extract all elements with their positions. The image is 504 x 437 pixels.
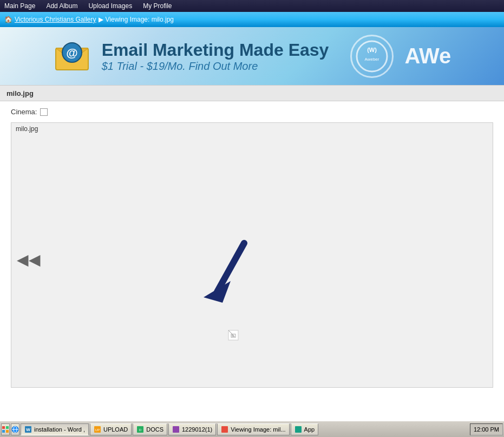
cinema-checkbox[interactable] [40, 108, 48, 116]
svg-point-4 [357, 41, 387, 71]
taskbar-tray: 12:00 PM [470, 423, 503, 435]
svg-rect-14 [2, 426, 5, 429]
taskbar-ie-icon[interactable] [11, 423, 19, 435]
taskbar-word-item[interactable]: W installation - Word , [21, 423, 89, 435]
aweber-logo-circle: (W) Aweber [350, 35, 394, 78]
breadcrumb-bar: 🏠 Victorious Christians Gallery ▶ Viewin… [0, 12, 504, 27]
taskbar-viewing-label: Viewing Image: mil... [231, 426, 285, 433]
taskbar-app-item[interactable]: App [291, 423, 319, 435]
banner-title: Email Marketing Made Easy [102, 40, 329, 60]
directional-arrow [201, 232, 266, 310]
banner-envelope-icon: @ [53, 37, 91, 75]
taskbar-item4[interactable]: 1229012(1) [168, 423, 216, 435]
svg-rect-27 [173, 426, 179, 433]
taskbar-docs-item[interactable]: D DOCS [133, 423, 167, 435]
banner-subtitle: $1 Trial - $19/Mo. Find Out More [102, 60, 329, 73]
svg-rect-29 [295, 426, 302, 433]
svg-rect-15 [6, 426, 9, 429]
prev-nav-button[interactable]: ◀◀ [17, 251, 41, 269]
taskbar-upload-item[interactable]: UP UPLOAD [90, 423, 132, 435]
image-filename: milo.jpg [11, 123, 493, 135]
taskbar: W installation - Word , UP UPLOAD D DOCS… [0, 421, 504, 437]
broken-image-placeholder [228, 330, 239, 343]
breadcrumb-separator: ▶ [99, 16, 103, 23]
breadcrumb-current: Viewing Image: milo.jpg [106, 16, 174, 23]
banner-logo-text: AWe [404, 44, 451, 68]
taskbar-word-label: installation - Word , [34, 426, 85, 433]
gallery-link[interactable]: Victorious Christians Gallery [15, 16, 96, 23]
home-icon: 🏠 [4, 16, 12, 23]
tray-time: 12:00 PM [474, 426, 499, 433]
banner-text: Email Marketing Made Easy $1 Trial - $19… [102, 40, 329, 73]
svg-text:Aweber: Aweber [365, 57, 379, 62]
taskbar-app-label: App [304, 426, 315, 433]
svg-text:(W): (W) [368, 47, 377, 53]
taskbar-viewing-item[interactable]: Viewing Image: mil... [217, 423, 289, 435]
svg-line-7 [217, 243, 244, 292]
banner[interactable]: @ Email Marketing Made Easy $1 Trial - $… [0, 27, 504, 85]
svg-point-12 [232, 335, 233, 336]
svg-text:@: @ [66, 46, 77, 60]
banner-content: @ Email Marketing Made Easy $1 Trial - $… [53, 35, 451, 78]
svg-rect-16 [2, 430, 5, 433]
cinema-label: Cinema: [11, 108, 37, 116]
nav-bar: Main Page Add Album Upload Images My Pro… [0, 0, 504, 12]
taskbar-upload-label: UPLOAD [103, 426, 128, 433]
taskbar-windows-icon[interactable] [1, 423, 10, 435]
image-viewer-container: milo.jpg ◀◀ [11, 122, 493, 388]
nav-add-album[interactable]: Add Album [46, 2, 77, 10]
page-title-bar: milo.jpg [0, 85, 504, 101]
svg-rect-17 [6, 430, 9, 433]
nav-my-profile[interactable]: My Profile [143, 2, 172, 10]
nav-main-page[interactable]: Main Page [4, 2, 35, 10]
image-area: ◀◀ [11, 135, 493, 384]
svg-text:W: W [26, 427, 30, 432]
svg-text:UP: UP [95, 428, 100, 432]
svg-marker-8 [204, 281, 231, 303]
nav-upload-images[interactable]: Upload Images [88, 2, 132, 10]
svg-rect-28 [221, 426, 228, 433]
taskbar-docs-label: DOCS [146, 426, 163, 433]
page-title: milo.jpg [6, 89, 34, 97]
taskbar-item4-label: 1229012(1) [182, 426, 212, 433]
svg-text:D: D [139, 428, 142, 432]
cinema-row: Cinema: [0, 101, 504, 122]
